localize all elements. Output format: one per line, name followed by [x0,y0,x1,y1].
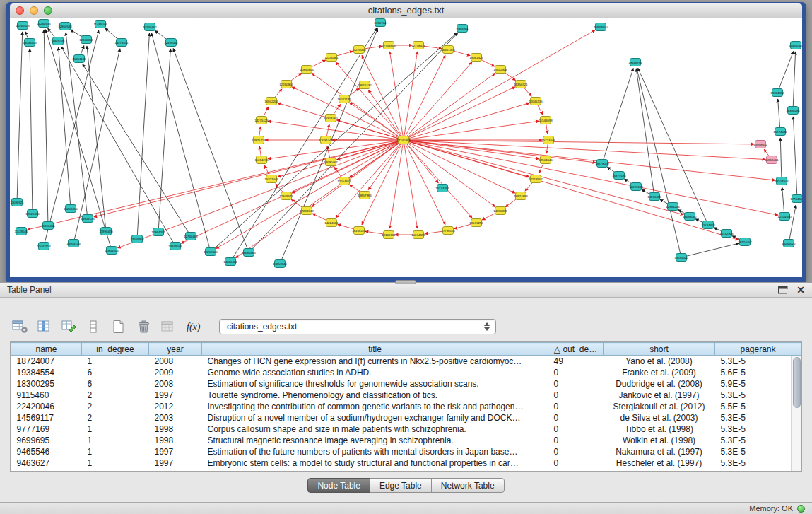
graph-node[interactable]: 13104504 [775,177,789,185]
graph-node[interactable]: 12864201 [151,228,165,236]
table-cell[interactable]: Stergiakouli et al. (2012) [604,401,715,412]
graph-node[interactable]: 10240462 [143,23,157,31]
table-cell[interactable]: 9463627 [11,457,82,469]
table-cell[interactable]: Estimation of the future numbers of pati… [202,446,548,457]
table-cell[interactable]: 5.5E-5 [715,401,801,412]
graph-node[interactable]: 15905133 [66,240,81,247]
graph-node[interactable]: 12494042 [164,39,178,47]
graph-node[interactable]: 17605304 [130,235,144,243]
tab-edge-table[interactable]: Edge Table [370,478,432,493]
graph-node[interactable]: 8130704 [374,19,387,27]
table-row[interactable]: 1872400712008Changes of HCN gene express… [11,356,801,367]
table-cell[interactable]: 0 [548,367,604,378]
column-header-title[interactable]: title [202,343,548,356]
column-visibility-button[interactable] [36,318,54,335]
table-cell[interactable]: 5.3E-5 [715,446,801,457]
table-cell[interactable]: 2012 [149,401,202,412]
graph-node[interactable]: 12031046 [319,136,333,144]
function-builder-button[interactable]: f(x) [184,318,203,335]
graph-node[interactable]: 16561525 [441,46,455,54]
table-cell[interactable]: 1 [82,457,149,469]
table-cell[interactable]: 2 [82,412,149,424]
network-window-titlebar[interactable]: citations_edges.txt [10,3,802,18]
table-cell[interactable]: 1 [82,446,149,457]
graph-node[interactable]: 14036113 [23,39,37,47]
graph-node[interactable]: 19245022 [674,254,688,262]
graph-node[interactable]: 15321046 [264,175,278,183]
graph-node[interactable]: 12260804 [279,81,293,88]
table-cell[interactable]: 1 [82,356,149,367]
graph-node[interactable]: 12758415 [411,42,425,49]
graph-node[interactable]: 13090921 [10,199,24,206]
graph-node[interactable]: 14245022 [782,240,796,247]
table-cell[interactable]: 5.3E-5 [715,424,801,435]
table-cell[interactable]: 2 [82,390,149,401]
table-cell[interactable]: 1997 [149,390,202,401]
table-cell[interactable]: 1997 [149,457,202,469]
table-cell[interactable]: 5.3E-5 [715,390,801,401]
graph-node[interactable]: 14870465 [647,193,661,201]
graph-node[interactable]: 13573531 [114,39,129,47]
graph-node[interactable]: 13090467 [324,158,338,166]
graph-node[interactable]: 12162181 [382,231,396,239]
table-cell[interactable]: 6 [82,367,149,378]
table-cell[interactable]: Hescheler et al. (1997) [604,457,715,469]
table-cell[interactable]: 1998 [149,424,202,435]
table-cell[interactable]: 0 [548,424,604,435]
table-cell[interactable]: Changes of HCN gene expression and I(f) … [202,356,548,367]
graph-node[interactable]: 12940463 [79,36,93,44]
table-cell[interactable]: 1 [82,435,149,446]
graph-node[interactable]: 12046135 [529,98,543,105]
table-row[interactable]: 2242004622012Investigating the contribut… [11,401,801,412]
table-cell[interactable]: 1998 [149,435,202,446]
table-cell[interactable]: 0 [548,390,604,401]
table-row[interactable]: 969969511998Structural magnetic resonanc… [11,435,801,446]
column-header-year[interactable]: year [149,343,202,356]
graph-node[interactable]: 14451046 [789,42,802,49]
network-canvas[interactable]: 1724046115724046125040461221390716974893… [10,18,802,277]
table-cell[interactable]: 2003 [149,412,202,424]
table-cell[interactable]: de Silva et al. (2003) [604,412,715,424]
table-cell[interactable]: Investigating the contribution of common… [202,401,548,412]
table-cell[interactable]: 22420046 [11,401,82,412]
table-cell[interactable]: Dudbridge et al. (2008) [604,378,715,390]
graph-node[interactable]: 16022135 [337,95,351,103]
panel-splitter-handle[interactable] [395,280,416,284]
table-cell[interactable]: 5.9E-5 [715,378,801,390]
graph-node[interactable]: 12984204 [666,203,680,211]
table-cell[interactable]: 0 [548,446,604,457]
graph-node[interactable]: 15542904 [493,66,507,74]
table-cell[interactable]: Genome-wide association studies in ADHD. [202,367,548,378]
scrollbar-thumb[interactable] [793,357,801,408]
table-cell[interactable]: 18300295 [11,378,82,390]
graph-node[interactable]: 15304460 [324,115,338,122]
table-cell[interactable]: 6 [82,378,149,390]
graph-node[interactable]: 12213907 [529,175,543,183]
minimize-window-button[interactable] [30,6,38,15]
new-table-button[interactable] [110,318,129,335]
table-cell[interactable]: Corpus callosum shape and size in male p… [202,424,548,435]
graph-node[interactable]: 14275125 [254,117,269,124]
table-cell[interactable]: Wolkin et al. (1998) [604,435,715,446]
graph-node[interactable]: 11014215 [254,156,269,164]
graph-node[interactable]: 14260461 [223,258,237,266]
graph-node[interactable]: 20351139 [72,55,86,63]
graph-node[interactable]: 25206050 [64,205,78,213]
close-panel-icon[interactable]: ✕ [796,285,805,295]
graph-node[interactable]: 18300295 [786,107,800,115]
graph-node[interactable]: 19384554 [770,89,784,97]
tab-node-table[interactable]: Node Table [307,478,370,493]
table-row[interactable]: 1938455462009Genome-wide association stu… [11,367,801,378]
graph-node[interactable]: 12849573 [279,192,293,200]
graph-node[interactable]: 11804504 [105,247,119,255]
table-cell[interactable]: Franke et al. (2009) [604,367,715,378]
graph-node[interactable]: 14228053 [352,46,366,54]
row-height-button[interactable] [86,318,104,335]
graph-node[interactable]: 19648794 [628,59,642,66]
graph-node[interactable]: 14224061 [324,219,339,227]
table-cell[interactable]: 1 [82,424,149,435]
graph-node[interactable]: 15909133 [81,215,95,223]
table-cell[interactable]: 0 [548,412,604,424]
tab-network-table[interactable]: Network Table [431,478,505,493]
network-selector[interactable]: citations_edges.txt [219,319,496,334]
